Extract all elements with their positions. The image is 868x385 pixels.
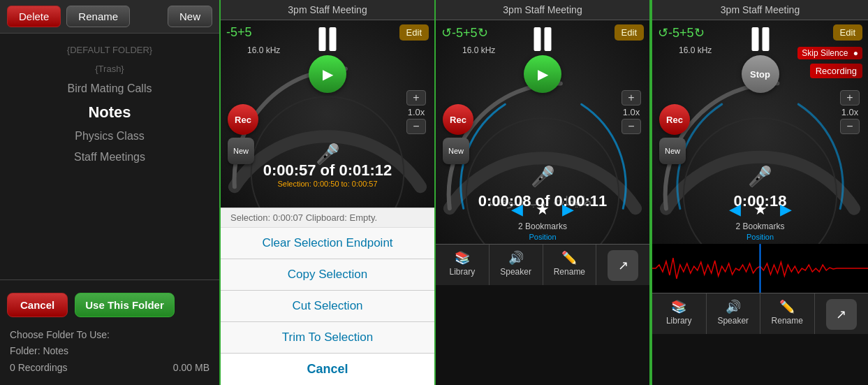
rec-button[interactable]: Rec	[228, 104, 258, 135]
p4-edit-button[interactable]: Edit	[833, 24, 862, 41]
list-item[interactable]: Physics Class	[0, 126, 219, 147]
rec-label: Rec	[235, 115, 251, 125]
menu-cancel-button[interactable]: Cancel	[221, 354, 434, 385]
copy-selection-button[interactable]: Copy Selection	[221, 259, 434, 291]
freq-label: 16.0 kHz	[247, 45, 280, 55]
p3-speed-down[interactable]: −	[621, 119, 641, 134]
p4-bookmarks-label: 2 Bookmarks	[652, 221, 868, 233]
p4-bookmark-row: ◀ ★ ▶	[652, 198, 868, 221]
library-icon: 📚	[439, 250, 486, 266]
list-item[interactable]: {Trash}	[0, 59, 219, 78]
p3-new-label: New	[448, 147, 464, 155]
p4-share-button[interactable]: ↗	[815, 293, 869, 334]
clear-selection-button[interactable]: Clear Selection Endpoint	[221, 228, 434, 259]
p4-speed-up[interactable]: +	[840, 90, 860, 106]
pause-button[interactable]	[319, 27, 337, 51]
speed-controls: + 1.0x −	[406, 90, 426, 134]
speaker-button[interactable]: 🔊 Speaker	[490, 245, 543, 285]
p3-pause-button[interactable]	[534, 27, 552, 51]
p4-pause-button[interactable]	[751, 27, 769, 51]
p4-rename-button[interactable]: ✏️ Rename	[760, 293, 815, 334]
folder-info: Choose Folder To Use: Folder: Notes 0 Re…	[0, 324, 219, 385]
play-button[interactable]: ▶	[309, 55, 346, 93]
list-item[interactable]: Bird Mating Calls	[0, 78, 219, 99]
active-rec-body: ↺-5 +5↻ Edit 16.0 kHz Skip Silence ● Rec…	[652, 20, 868, 244]
p3-speed-controls: + 1.0x −	[621, 90, 641, 134]
p4-prev-bookmark[interactable]: ◀	[729, 201, 741, 219]
cut-selection-button[interactable]: Cut Selection	[221, 291, 434, 322]
new-label: New	[233, 147, 249, 155]
recording-badge: Recording	[810, 64, 862, 78]
folder-list: {DEFAULT FOLDER} {Trash} Bird Mating Cal…	[0, 34, 219, 274]
speed-up-button[interactable]: +	[406, 90, 426, 106]
p4-speed-down[interactable]: −	[840, 119, 860, 134]
skip-fwd-button[interactable]: +5	[237, 25, 252, 40]
timer-display: 0:00:57 of 0:01:12 Selection: 0:00:50 to…	[221, 161, 434, 188]
p4-bottom-nav: 📚 Library 🔊 Speaker ✏️ Rename ↗	[652, 293, 868, 334]
play-icon: ▶	[323, 66, 333, 82]
timer-main: 0:00:57 of 0:01:12	[221, 161, 434, 180]
p3-freq: 16.0 kHz	[462, 45, 495, 55]
cancel-button[interactable]: Cancel	[7, 293, 68, 317]
p4-share-icon: ↗	[826, 299, 857, 330]
p4-next-bookmark[interactable]: ▶	[780, 201, 792, 219]
folder-size: 0.00 MB	[173, 360, 209, 377]
skip-silence-toggle[interactable]: ●	[853, 48, 858, 58]
p3-speed-up[interactable]: +	[621, 90, 641, 106]
new-button[interactable]: New	[168, 6, 212, 27]
p4-new-label: New	[665, 147, 680, 155]
share-button[interactable]: ↗	[596, 245, 649, 285]
bottom-nav: 📚 Library 🔊 Speaker ✏️ Rename ↗	[436, 244, 649, 285]
waveform-svg	[652, 244, 868, 293]
top-controls: -5 +5 Edit	[221, 24, 434, 41]
rename-button[interactable]: Rename	[66, 6, 130, 27]
speed-down-button[interactable]: −	[406, 119, 426, 134]
p4-library-button[interactable]: 📚 Library	[652, 293, 707, 334]
p4-skip-back[interactable]: ↺-5	[658, 25, 679, 41]
p4-position-label: Position	[652, 233, 868, 241]
playback-title: 3pm Staff Meeting	[436, 0, 649, 20]
recording-menu-panel: 3pm Staff Meeting -5 +5 Edit 16.0 kHz ▶	[221, 0, 436, 385]
toolbar: Delete Rename New	[0, 0, 219, 34]
playback-top-controls: ↺-5 +5↻ Edit	[436, 24, 649, 41]
position-label: Position	[436, 233, 649, 241]
list-item[interactable]: Staff Meetings	[0, 147, 219, 168]
selection-info: Selection: 0:00:07 Clipboard: Empty.	[221, 208, 434, 228]
p4-speaker-button[interactable]: 🔊 Speaker	[707, 293, 761, 334]
p4-library-icon: 📚	[655, 299, 703, 314]
delete-button[interactable]: Delete	[7, 6, 61, 27]
arabic-watermark: تطبيقات توب سوفت	[436, 194, 649, 209]
use-folder-button[interactable]: Use This Folder	[75, 293, 175, 317]
recording-title: 3pm Staff Meeting	[221, 0, 434, 20]
choose-folder-label: Choose Folder To Use:	[10, 327, 209, 344]
recording-body: -5 +5 Edit 16.0 kHz ▶ Rec New + 1.0x −	[221, 20, 434, 208]
list-item-active[interactable]: Notes	[0, 99, 219, 126]
skip-silence-badge: Skip Silence ●	[797, 47, 862, 59]
p3-new-button[interactable]: New	[443, 138, 469, 164]
p3-rec-button[interactable]: Rec	[443, 104, 473, 135]
folder-name: Folder: Notes	[10, 343, 209, 360]
selection-menu: Selection: 0:00:07 Clipboard: Empty. Cle…	[221, 208, 434, 385]
p4-speed: 1.0x	[841, 107, 859, 117]
p3-skip-back[interactable]: ↺-5	[441, 25, 463, 41]
p3-play-button[interactable]: ▶	[524, 55, 561, 93]
p3-skip-fwd[interactable]: +5↻	[463, 25, 488, 41]
playback-panel: 3pm Staff Meeting ↺-5 +5↻ Edit 16.0 kHz …	[436, 0, 651, 385]
action-row: Cancel Use This Folder	[0, 286, 219, 324]
list-item[interactable]: {DEFAULT FOLDER}	[0, 41, 219, 59]
stop-button[interactable]: Stop	[742, 55, 779, 93]
skip-back-button[interactable]: -5	[226, 25, 237, 40]
active-recording-panel: 3pm Staff Meeting ↺-5 +5↻ Edit 16.0 kHz …	[651, 0, 868, 385]
p3-edit-button[interactable]: Edit	[615, 24, 644, 41]
p4-rec-button[interactable]: Rec	[659, 104, 690, 135]
trim-selection-button[interactable]: Trim To Selection	[221, 322, 434, 354]
library-button[interactable]: 📚 Library	[436, 245, 490, 285]
p3-mic-icon: 🎤	[531, 165, 555, 188]
p4-new-button[interactable]: New	[659, 138, 686, 164]
p4-bookmark-star[interactable]: ★	[753, 201, 767, 219]
rename-button[interactable]: ✏️ Rename	[543, 245, 597, 285]
p4-skip-fwd[interactable]: +5↻	[679, 25, 705, 41]
new-segment-button[interactable]: New	[228, 138, 254, 164]
p3-play-icon: ▶	[538, 66, 548, 82]
edit-button[interactable]: Edit	[399, 24, 429, 41]
